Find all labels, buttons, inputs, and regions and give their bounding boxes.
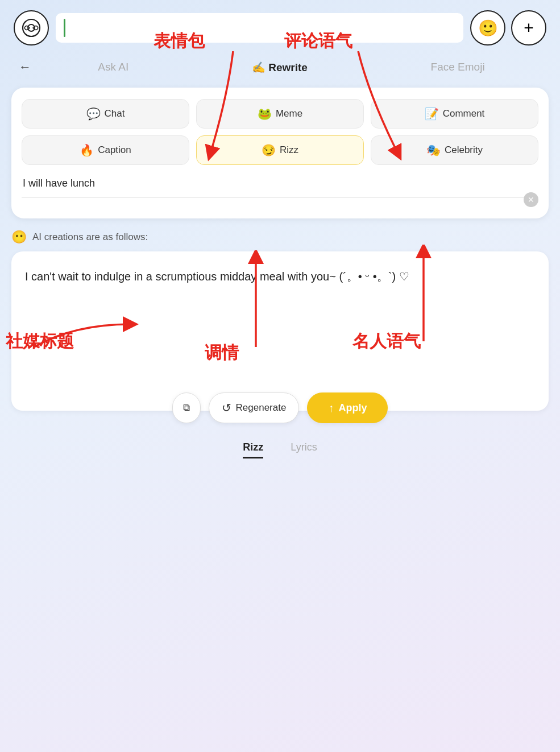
emoji-button[interactable]: 🙂 — [470, 10, 505, 46]
regenerate-button[interactable]: ↺ Regenerate — [209, 392, 300, 423]
style-rizz-button[interactable]: 😏 Rizz — [196, 135, 364, 165]
text-cursor — [64, 19, 65, 37]
regenerate-label: Regenerate — [236, 402, 287, 414]
bottom-tabs: Rizz Lyrics — [0, 437, 560, 470]
result-card: I can't wait to indulge in a scrumptious… — [11, 251, 549, 411]
regenerate-icon: ↺ — [222, 401, 231, 415]
rizz-emoji: 😏 — [262, 143, 276, 157]
chat-emoji: 💬 — [86, 107, 101, 121]
svg-point-1 — [28, 24, 35, 31]
comment-emoji: 📝 — [425, 107, 439, 121]
close-button[interactable]: ✕ — [524, 192, 538, 207]
tab-ask-ai[interactable]: Ask AI — [88, 56, 139, 78]
celebrity-emoji: 🎭 — [426, 143, 441, 157]
nav-tabs: Ask AI ✍️ Rewrite Face Emoji — [36, 56, 546, 78]
action-buttons: ⧉ ↺ Regenerate ↑ Apply — [0, 392, 560, 437]
tab-rewrite[interactable]: ✍️ Rewrite — [242, 56, 318, 78]
apply-icon: ↑ — [328, 402, 334, 415]
style-celebrity-button[interactable]: 🎭 Celebrity — [371, 135, 538, 165]
caption-label: Caption — [98, 144, 131, 156]
meme-label: Meme — [276, 108, 302, 119]
chat-label: Chat — [105, 108, 125, 119]
close-area: ✕ — [22, 192, 538, 207]
rizz-label: Rizz — [280, 144, 298, 156]
tab-face-emoji[interactable]: Face Emoji — [421, 56, 495, 78]
top-bar-right: 🙂 + — [470, 10, 546, 46]
plus-button[interactable]: + — [511, 10, 546, 46]
top-bar: 🙂 + — [0, 0, 560, 51]
result-text: I can't wait to indulge in a scrumptious… — [25, 270, 409, 283]
style-caption-button[interactable]: 🔥 Caption — [22, 135, 189, 165]
tab-rizz-bottom[interactable]: Rizz — [243, 441, 263, 458]
svg-point-0 — [23, 19, 40, 36]
ai-emoji: 😶 — [11, 230, 27, 245]
tab-lyrics-bottom[interactable]: Lyrics — [291, 441, 317, 458]
style-grid: 💬 Chat 🐸 Meme 📝 Comment 🔥 Caption 😏 Rizz… — [22, 99, 538, 165]
apply-label: Apply — [338, 402, 367, 414]
style-comment-button[interactable]: 📝 Comment — [371, 99, 538, 129]
comment-label: Comment — [443, 108, 485, 119]
meme-emoji: 🐸 — [258, 107, 272, 121]
copy-icon: ⧉ — [183, 402, 190, 414]
ai-label-text: AI creations are as follows: — [32, 232, 148, 243]
celebrity-label: Celebrity — [445, 144, 483, 156]
back-button[interactable]: ← — [14, 56, 36, 78]
copy-button[interactable]: ⧉ — [172, 392, 201, 423]
caption-emoji: 🔥 — [80, 143, 94, 157]
apply-button[interactable]: ↑ Apply — [307, 392, 388, 423]
text-input-area[interactable] — [56, 13, 463, 43]
style-chat-button[interactable]: 💬 Chat — [22, 99, 189, 129]
ai-label-row: 😶 AI creations are as follows: — [0, 228, 560, 251]
main-card: 💬 Chat 🐸 Meme 📝 Comment 🔥 Caption 😏 Rizz… — [11, 88, 549, 218]
nav-row: ← Ask AI ✍️ Rewrite Face Emoji — [0, 51, 560, 84]
sound-icon-button[interactable] — [14, 10, 49, 46]
style-meme-button[interactable]: 🐸 Meme — [196, 99, 364, 129]
